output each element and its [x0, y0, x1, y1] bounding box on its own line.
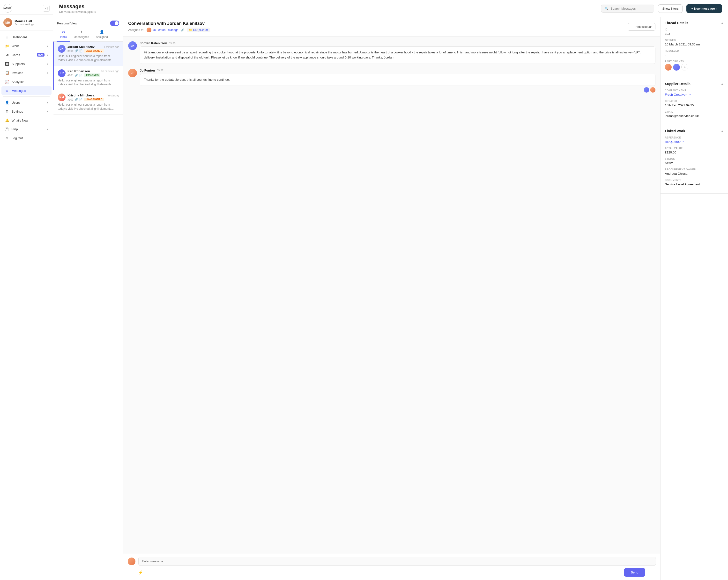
resolved-value: -: [665, 53, 724, 57]
send-button[interactable]: Send: [624, 568, 645, 577]
content-area: Personal View ✉ Inbox ✦ Unassigned 👤 Ass…: [53, 17, 728, 580]
new-badge: NEW: [37, 53, 45, 57]
list-item[interactable]: KR Ken Robertson 36 minutes ago #103 🔗 📄…: [53, 66, 123, 90]
documents-value: Service Level Agreement: [665, 183, 724, 186]
procurement-owner-value: Andreea Chiosa: [665, 172, 724, 175]
chat-time: 09:35: [169, 42, 176, 45]
external-link-icon: ↗: [681, 140, 684, 143]
tab-label: Unassigned: [74, 35, 89, 39]
chat-time: 09:37: [157, 69, 163, 72]
chat-text: Thanks for the update Jordan, this all s…: [140, 74, 655, 86]
created-value: 16th Feb 2021 09:35: [665, 104, 724, 107]
nav-section: ⊞ Dashboard 📁 Work ▾ 🗂 Cards NEW ▾ 🔲 Sup…: [0, 30, 53, 580]
new-message-button[interactable]: + New message ›: [686, 4, 722, 13]
chat-sender-name: Jo Fenton: [140, 68, 155, 72]
user-avatar: [128, 557, 135, 565]
sender-name: Kristina Mincheva: [68, 93, 94, 97]
linked-work-header[interactable]: Linked Work ▲: [660, 125, 728, 136]
reference-link[interactable]: RNQ14509 ↗: [665, 140, 724, 143]
id-value: 103: [665, 32, 724, 35]
personal-view-label: Personal View: [57, 22, 77, 25]
sidebar-item-cards[interactable]: 🗂 Cards NEW ▾: [1, 51, 52, 59]
analytics-icon: 📈: [5, 80, 9, 84]
message-time: Yesterday: [107, 94, 119, 97]
created-field: CREATED 16th Feb 2021 09:35: [665, 100, 724, 107]
manage-link[interactable]: Manage: [168, 28, 178, 32]
collapse-sidebar-button[interactable]: ◁: [43, 5, 50, 11]
status-badge: UNASSIGNED: [84, 49, 104, 53]
sidebar-item-label: Help: [11, 127, 45, 131]
reference-value: RNQ14509: [193, 28, 208, 32]
supplier-details-header[interactable]: Supplier Details ▲: [660, 78, 728, 89]
sidebar-item-invoices[interactable]: 📋 Invoices ▾: [1, 68, 52, 77]
list-item[interactable]: KM Kristina Mincheva Yesterday #102 🔗 📄 …: [53, 90, 123, 115]
user-section[interactable]: MH Monica Hall Account settings: [0, 15, 53, 30]
assigned-icon: 👤: [99, 30, 104, 34]
chevron-down-icon: ▾: [47, 45, 48, 47]
message-ref: #103: [68, 74, 73, 77]
chevron-up-icon: ▲: [721, 21, 724, 25]
assigned-label: Assigned to:: [128, 28, 144, 32]
sidebar-item-settings[interactable]: ⚙ Settings ▾: [1, 107, 52, 116]
status-badge: ASSIGNED: [84, 74, 101, 77]
tab-unassigned[interactable]: ✦ Unassigned: [70, 28, 93, 42]
chevron-down-icon: ▾: [47, 101, 48, 104]
lightning-icon[interactable]: ⚡: [138, 570, 143, 575]
search-bar[interactable]: 🔍: [601, 5, 654, 12]
message-preview: Hello, our engineer sent us a report fro…: [58, 79, 119, 87]
thread-details-header[interactable]: Thread Details ▲: [660, 17, 728, 28]
cards-icon: 🗂: [5, 53, 9, 57]
messages-area: JK Jordan Kalenitzov 09:35 Hi team, our …: [123, 36, 660, 553]
linked-work-section: Linked Work ▲ REFERENCE RNQ14509 ↗ TOTAL…: [660, 125, 728, 194]
logout-icon: ⎋: [5, 136, 9, 140]
sidebar-item-messages[interactable]: ✉ Messages: [1, 86, 52, 95]
sidebar-item-whats-new[interactable]: 🔔 What's New: [1, 116, 52, 125]
show-filters-button[interactable]: Show filters: [658, 4, 682, 13]
arrow-right-icon: ›: [717, 7, 717, 10]
sidebar-item-users[interactable]: 👤 Users ▾: [1, 98, 52, 107]
user-name: Monica Hall: [15, 19, 34, 23]
sidebar-item-label: Cards: [11, 53, 34, 57]
message-time: 1 minute ago: [104, 46, 119, 48]
message-time: 36 minutes ago: [101, 70, 119, 73]
chat-text: Hi team, our engineer sent us a report r…: [140, 47, 655, 64]
sidebar-item-help[interactable]: ? Help ▾: [1, 125, 52, 133]
sidebar-item-label: Dashboard: [11, 35, 48, 39]
chevron-down-icon: ▾: [47, 128, 48, 131]
tab-assigned[interactable]: 👤 Assigned: [93, 28, 111, 42]
personal-view-header: Personal View: [53, 17, 123, 26]
resolved-field: RESOLVED -: [665, 50, 724, 57]
sidebar-header: ACME ◁: [0, 0, 53, 15]
attachment-icon: 🔗 📄: [75, 98, 82, 101]
status-value: Active: [665, 161, 724, 165]
add-participant-button[interactable]: +: [681, 64, 688, 71]
chevron-down-icon: ▾: [47, 54, 48, 56]
tab-inbox[interactable]: ✉ Inbox: [57, 28, 70, 42]
hide-sidebar-button[interactable]: → Hide sidebar: [628, 23, 655, 31]
work-icon: 📁: [5, 44, 9, 48]
documents-field: DOCUMENTS Service Level Agreement: [665, 179, 724, 186]
list-item[interactable]: JK Jordan Kalenitzov 1 minute ago #104 🔗…: [53, 42, 123, 66]
account-settings-link[interactable]: Account settings: [15, 23, 34, 26]
company-name-link[interactable]: Fresh Creative * ↗: [665, 93, 724, 96]
total-value: £120.00: [665, 150, 724, 154]
sidebar-item-logout[interactable]: ⎋ Log Out: [1, 134, 52, 142]
sidebar-item-dashboard[interactable]: ⊞ Dashboard: [1, 33, 52, 41]
inbox-icon: ✉: [62, 30, 65, 34]
email-field: EMAIL jordan@aaservice.co.uk: [665, 110, 724, 118]
sidebar-item-suppliers[interactable]: 🔲 Suppliers ▾: [1, 59, 52, 68]
read-receipts: [140, 87, 655, 92]
assignee-name: Jo Fenton: [153, 28, 165, 32]
personal-view-toggle[interactable]: [110, 21, 119, 26]
message-input[interactable]: [138, 557, 656, 566]
folder-icon: 📁: [189, 28, 192, 32]
sidebar-item-label: Work: [11, 44, 45, 48]
sidebar-item-work[interactable]: 📁 Work ▾: [1, 42, 52, 50]
sidebar-item-analytics[interactable]: 📈 Analytics: [1, 77, 52, 86]
page-subtitle: Conversations with suppliers: [59, 10, 597, 13]
main-content: Messages Conversations with suppliers 🔍 …: [53, 0, 728, 580]
message-preview: Hello, our engineer sent us a report fro…: [58, 54, 119, 62]
message-input-area: ⚡ Send: [123, 553, 660, 580]
users-icon: 👤: [5, 100, 9, 105]
search-input[interactable]: [610, 7, 649, 10]
